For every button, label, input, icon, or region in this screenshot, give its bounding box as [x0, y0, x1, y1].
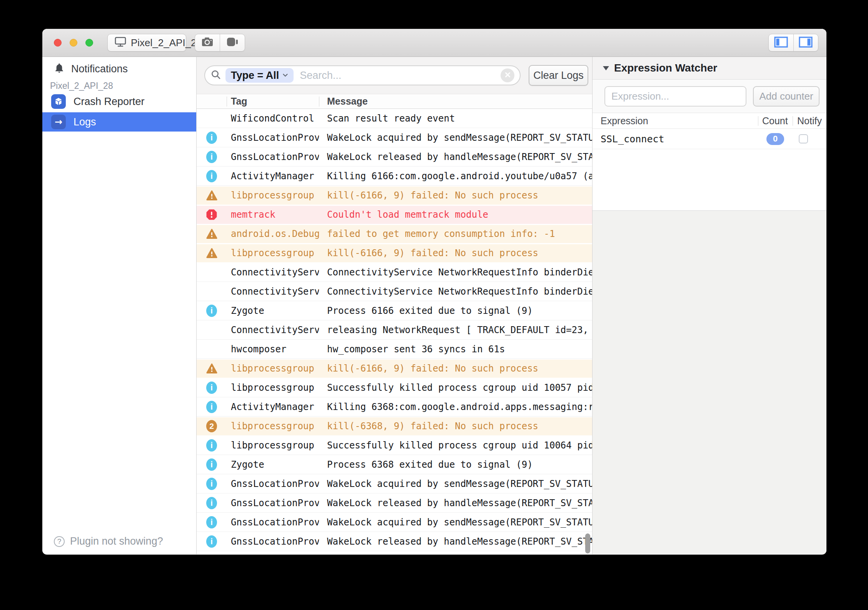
log-tag: WificondControl — [227, 109, 319, 128]
type-filter-chip[interactable]: Type = All — [225, 68, 294, 83]
log-row[interactable]: libprocessgroupkill(-6166, 9) failed: No… — [197, 243, 592, 263]
log-row[interactable]: iGnssLocationProviderWakeLock released b… — [197, 493, 592, 513]
close-icon — [504, 72, 511, 80]
log-level-cell: i — [197, 455, 227, 474]
watcher-row[interactable]: SSL_connect 0 — [593, 129, 826, 149]
zoom-window-button[interactable] — [85, 39, 93, 47]
log-row[interactable]: ConnectivityServiceConnectivityService N… — [197, 282, 592, 301]
count-badge: 0 — [766, 133, 784, 145]
log-row[interactable]: iZygoteProcess 6166 exited due to signal… — [197, 301, 592, 320]
screen-record-button[interactable] — [220, 34, 245, 51]
log-row[interactable]: iGnssLocationProviderWakeLock acquired b… — [197, 513, 592, 532]
left-panel-icon — [774, 37, 788, 49]
log-row[interactable]: android.os.Debugfailed to get memory con… — [197, 224, 592, 243]
log-level-cell — [197, 186, 227, 205]
expression-controls: Add counter — [593, 80, 826, 113]
log-tag: GnssLocationProvider — [227, 474, 319, 493]
close-window-button[interactable] — [54, 39, 62, 47]
plugin-help-link[interactable]: ? Plugin not showing? — [54, 535, 163, 547]
expression-value: SSL_connect — [593, 133, 758, 145]
clear-logs-button[interactable]: Clear Logs — [529, 65, 588, 86]
plugin-help-label: Plugin not showing? — [70, 535, 163, 547]
expression-input[interactable] — [604, 86, 746, 107]
log-row[interactable]: iActivityManagerKilling 6368:com.google.… — [197, 397, 592, 417]
log-row[interactable]: WificondControlScan result ready event — [197, 109, 592, 128]
watcher-empty-area — [593, 149, 826, 210]
log-row[interactable]: iZygoteProcess 6368 exited due to signal… — [197, 455, 592, 474]
log-tag: ConnectivityService — [227, 282, 319, 301]
log-row[interactable]: libprocessgroupkill(-6166, 9) failed: No… — [197, 359, 592, 378]
log-level-cell — [197, 109, 227, 128]
sidebar-item-crash-reporter[interactable]: Crash Reporter — [42, 91, 196, 112]
minimize-window-button[interactable] — [70, 39, 77, 47]
log-row[interactable]: iGnssLocationProviderWakeLock acquired b… — [197, 128, 592, 147]
log-row[interactable]: iGnssLocationProviderWakeLock acquired b… — [197, 474, 592, 493]
log-level-cell: i — [197, 532, 227, 551]
toggle-right-sidebar-button[interactable] — [794, 34, 818, 51]
log-row[interactable]: ConnectivityServiceConnectivityService N… — [197, 263, 592, 282]
vertical-scrollbar-thumb[interactable] — [585, 533, 590, 553]
column-header-expression: Expression — [593, 113, 758, 128]
log-level-cell — [197, 340, 227, 358]
toggle-left-sidebar-button[interactable] — [769, 34, 793, 51]
log-message: Scan result ready event — [319, 109, 592, 128]
log-tag: GnssLocationProvider — [227, 493, 319, 512]
traffic-lights — [54, 39, 93, 47]
log-tag: Zygote — [227, 301, 319, 320]
log-row[interactable]: iActivityManagerKilling 6166:com.google.… — [197, 167, 592, 186]
add-counter-button[interactable]: Add counter — [753, 86, 820, 107]
info-icon: i — [206, 439, 217, 452]
log-tag: libprocessgroup — [227, 378, 319, 397]
log-tag: libprocessgroup — [227, 436, 319, 455]
log-level-cell: i — [197, 474, 227, 493]
watcher-table-header: Expression Count Notify — [593, 113, 826, 129]
search-input[interactable] — [300, 70, 520, 82]
column-header-count: Count — [758, 113, 793, 128]
log-tag: libprocessgroup — [227, 359, 319, 378]
log-message: releasing NetworkRequest [ TRACK_DEFAULT… — [319, 320, 592, 339]
right-panel-icon — [799, 37, 813, 49]
plugin-label: Logs — [73, 116, 96, 128]
warning-icon — [206, 363, 218, 374]
log-level-cell: i — [197, 513, 227, 532]
warning-icon — [206, 247, 218, 259]
info-icon: i — [206, 478, 217, 490]
log-level-cell — [197, 243, 227, 263]
log-message: WakeLock acquired by sendMessage(REPORT_… — [319, 474, 592, 493]
log-tag: libprocessgroup — [227, 186, 319, 205]
log-message: Process 6368 exited due to signal (9) — [319, 455, 592, 474]
log-level-cell — [197, 205, 227, 224]
search-icon — [211, 70, 221, 82]
log-level-cell — [197, 359, 227, 378]
expression-watcher-header[interactable]: Expression Watcher — [593, 57, 826, 80]
search-bar[interactable]: Type = All — [204, 65, 521, 85]
log-message: kill(-6166, 9) failed: No such process — [319, 186, 592, 205]
log-level-cell — [197, 282, 227, 301]
notify-checkbox[interactable] — [799, 134, 808, 143]
device-selector-button[interactable]: Pixel_2_API_28 — [107, 34, 186, 52]
sidebar-item-logs[interactable]: → Logs — [42, 112, 196, 132]
log-tag: libprocessgroup — [227, 243, 319, 263]
log-row[interactable]: iGnssLocationProviderWakeLock released b… — [197, 147, 592, 167]
log-level-cell — [197, 263, 227, 282]
log-row[interactable]: iGnssLocationProviderWakeLock released b… — [197, 532, 592, 551]
log-message: WakeLock released by handleMessage(REPOR… — [319, 532, 592, 551]
log-row[interactable]: hwcomposerhw_composer sent 36 syncs in 6… — [197, 340, 592, 359]
info-icon: i — [206, 305, 217, 317]
capture-button-group — [195, 34, 245, 52]
log-message: WakeLock acquired by sendMessage(REPORT_… — [319, 128, 592, 147]
log-row[interactable]: ilibprocessgroupSuccessfully killed proc… — [197, 436, 592, 455]
clear-search-button[interactable] — [501, 68, 514, 82]
column-header-notify: Notify — [793, 113, 826, 128]
log-message: Couldn't load memtrack module — [319, 205, 592, 224]
log-message: ConnectivityService NetworkRequestInfo b… — [319, 263, 592, 282]
info-icon: i — [206, 458, 217, 471]
log-row[interactable]: libprocessgroupkill(-6166, 9) failed: No… — [197, 186, 592, 205]
sidebar-item-notifications[interactable]: Notifications — [42, 61, 196, 77]
log-row[interactable]: 2libprocessgroupkill(-6368, 9) failed: N… — [197, 417, 592, 436]
log-toolbar: Type = All — [197, 57, 592, 94]
log-row[interactable]: ConnectivityServicereleasing NetworkRequ… — [197, 320, 592, 340]
log-row[interactable]: memtrackCouldn't load memtrack module — [197, 205, 592, 224]
log-row[interactable]: ilibprocessgroupSuccessfully killed proc… — [197, 378, 592, 397]
screenshot-button[interactable] — [195, 34, 220, 51]
